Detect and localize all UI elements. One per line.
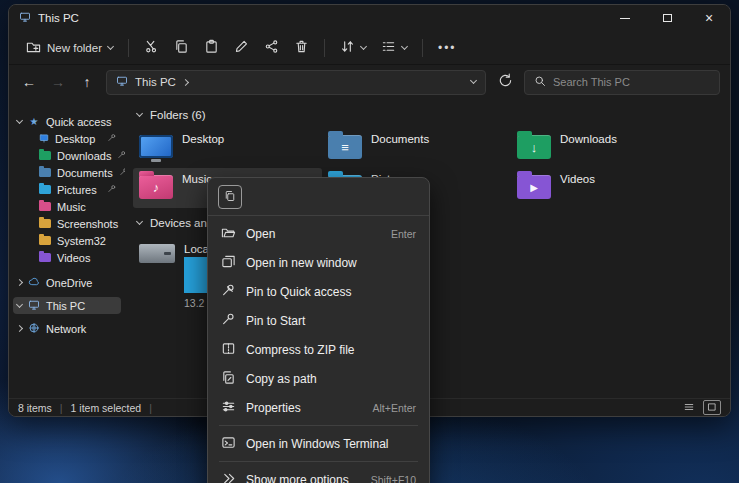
- view-toggle-buttons: [680, 400, 721, 415]
- up-icon: ↑: [84, 74, 91, 90]
- menu-item-shortcut: Shift+F10: [371, 474, 416, 483]
- sort-button[interactable]: [333, 34, 373, 61]
- properties-icon: [221, 399, 236, 417]
- status-separator: |: [60, 402, 63, 414]
- desktop-mini-icon: [39, 133, 49, 145]
- sidebar-item-downloads[interactable]: Downloads: [13, 147, 121, 164]
- breadcrumb[interactable]: This PC: [135, 76, 176, 88]
- view-button[interactable]: [374, 34, 414, 61]
- details-view-icon: [684, 402, 694, 414]
- address-dropdown-icon[interactable]: [470, 77, 477, 84]
- search-icon: [534, 73, 546, 91]
- sidebar-label: This PC: [46, 300, 85, 312]
- sidebar-item-documents[interactable]: Documents: [13, 164, 121, 181]
- maximize-button[interactable]: [646, 5, 688, 31]
- window-controls: ×: [604, 5, 730, 31]
- menu-item-pin-to-start[interactable]: Pin to Start: [213, 306, 424, 335]
- paste-button[interactable]: [197, 34, 226, 61]
- folder-tile-downloads[interactable]: ↓ Downloads: [511, 128, 700, 168]
- desktop-folder-icon: [139, 135, 173, 158]
- videos-folder-icon: ▶: [517, 175, 551, 199]
- cut-button[interactable]: [137, 34, 166, 61]
- search-input[interactable]: [553, 76, 710, 88]
- sidebar-item-music[interactable]: Music: [13, 198, 121, 215]
- new-folder-label: New folder: [47, 42, 102, 54]
- chevron-down-icon: [360, 42, 367, 49]
- downloads-folder-icon: ↓: [517, 135, 551, 159]
- copy-quick-action-button[interactable]: [218, 185, 242, 209]
- show-more-options-icon: [221, 471, 236, 483]
- new-folder-button[interactable]: New folder: [19, 34, 120, 61]
- forward-button[interactable]: →: [48, 74, 68, 90]
- menu-item-compress-to-zip[interactable]: Compress to ZIP file: [213, 335, 424, 364]
- window-title: This PC: [38, 12, 79, 24]
- onedrive-cloud-icon: [28, 276, 40, 290]
- folders-section-header[interactable]: Folders (6): [137, 109, 730, 121]
- menu-item-properties[interactable]: Properties Alt+Enter: [213, 393, 424, 422]
- music-folder-icon: ♪: [139, 175, 173, 199]
- forward-icon: →: [51, 74, 65, 90]
- rename-button[interactable]: [227, 34, 256, 61]
- refresh-button[interactable]: [495, 73, 515, 91]
- address-bar[interactable]: This PC: [106, 70, 486, 95]
- sidebar-item-quick-access[interactable]: ★ Quick access: [13, 113, 121, 130]
- menu-divider: [219, 425, 418, 426]
- delete-button[interactable]: [287, 34, 316, 61]
- large-icons-view-button[interactable]: [703, 400, 721, 415]
- share-button[interactable]: [257, 34, 286, 61]
- details-view-button[interactable]: [680, 400, 698, 415]
- close-button[interactable]: ×: [688, 5, 730, 31]
- see-more-button[interactable]: •••: [431, 36, 464, 60]
- pin-icon: [221, 283, 236, 301]
- menu-item-open[interactable]: Open Enter: [213, 219, 424, 248]
- search-box[interactable]: [524, 70, 720, 95]
- pin-icon: [107, 184, 117, 196]
- menu-divider: [208, 215, 429, 216]
- sidebar-item-onedrive[interactable]: OneDrive: [13, 274, 121, 291]
- item-count: 8 items: [18, 402, 52, 414]
- chevron-down-icon: [107, 42, 114, 49]
- sidebar-item-videos[interactable]: Videos: [13, 249, 121, 266]
- system32-mini-icon: [39, 236, 51, 245]
- navigation-bar: ← → ↑ This PC: [9, 65, 730, 99]
- back-icon: ←: [22, 74, 36, 90]
- toolbar-divider: [324, 39, 325, 57]
- up-button[interactable]: ↑: [77, 74, 97, 90]
- menu-item-open-in-windows-terminal[interactable]: Open in Windows Terminal: [213, 429, 424, 458]
- folder-tile-videos[interactable]: ▶ Videos: [511, 168, 700, 208]
- copy-button[interactable]: [167, 34, 196, 61]
- maximize-icon: [663, 14, 672, 22]
- menu-item-label: Pin to Start: [246, 314, 305, 328]
- cut-icon: [144, 39, 159, 56]
- sidebar-item-pictures[interactable]: Pictures: [13, 181, 121, 198]
- sidebar-label: Pictures: [57, 184, 97, 196]
- chevron-down-icon: [136, 110, 143, 117]
- menu-item-show-more-options[interactable]: Show more options Shift+F10: [213, 465, 424, 483]
- pictures-mini-icon: [39, 185, 51, 194]
- chevron-down-icon: [401, 42, 408, 49]
- menu-item-pin-to-quick-access[interactable]: Pin to Quick access: [213, 277, 424, 306]
- sidebar-item-this-pc[interactable]: This PC: [13, 297, 121, 314]
- sidebar-label: Music: [57, 201, 86, 213]
- back-button[interactable]: ←: [19, 74, 39, 90]
- screenshots-mini-icon: [39, 219, 51, 228]
- sidebar-item-screenshots[interactable]: Screenshots: [13, 215, 121, 232]
- sort-icon: [340, 39, 355, 56]
- menu-item-label: Open in new window: [246, 256, 357, 270]
- folder-tile-desktop[interactable]: Desktop: [133, 128, 322, 168]
- downloads-mini-icon: [39, 151, 51, 160]
- menu-item-label: Pin to Quick access: [246, 285, 351, 299]
- sidebar-item-network[interactable]: Network: [13, 320, 121, 337]
- this-pc-icon: [116, 75, 128, 89]
- sidebar-label: Videos: [57, 252, 90, 264]
- minimize-button[interactable]: [604, 5, 646, 31]
- sidebar: ★ Quick access Desktop Downloads Documen…: [9, 99, 125, 398]
- menu-item-open-in-new-window[interactable]: Open in new window: [213, 248, 424, 277]
- sidebar-label: Network: [46, 323, 86, 335]
- sidebar-item-desktop[interactable]: Desktop: [13, 130, 121, 147]
- folder-tile-documents[interactable]: ≡ Documents: [322, 128, 511, 168]
- sidebar-label: Quick access: [46, 116, 111, 128]
- sidebar-item-system32[interactable]: System32: [13, 232, 121, 249]
- menu-item-copy-as-path[interactable]: Copy as path: [213, 364, 424, 393]
- zip-icon: [221, 341, 236, 359]
